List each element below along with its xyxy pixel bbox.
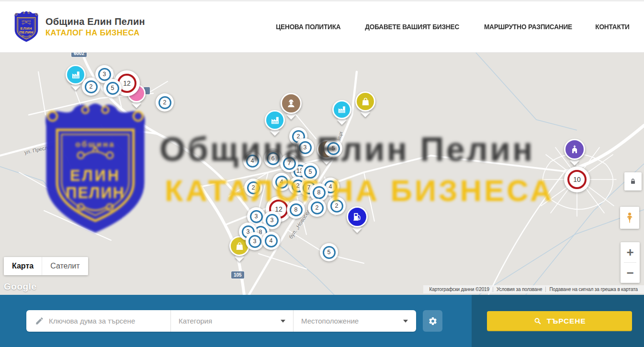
cluster-count: 4 xyxy=(270,237,273,244)
cluster-count: 2 xyxy=(252,184,255,191)
keyword-search-input[interactable] xyxy=(49,317,165,325)
cluster-count: 5 xyxy=(332,145,335,152)
map-markers-layer: 2123521364235754227482212833833451060021… xyxy=(0,53,644,295)
municipality-crest-icon: община ЕЛИН ПЕЛИН xyxy=(13,11,39,43)
cluster-marker[interactable]: 5 xyxy=(324,139,342,157)
cluster-marker[interactable]: 2 xyxy=(244,179,262,197)
cluster-count: 2 xyxy=(296,182,300,189)
site-subtitle: КАТАЛОГ НА БИЗНЕСА xyxy=(45,28,145,37)
location-select[interactable]: Местоположение xyxy=(293,310,416,332)
google-map[interactable]: 2123521364235754227482212833833451060021… xyxy=(0,53,644,295)
cluster-count: 3 xyxy=(304,144,307,151)
cluster-marker[interactable]: 7 xyxy=(280,154,298,172)
category-marker-fuel[interactable] xyxy=(347,206,368,227)
map-attribution: Картографски данни ©2019 Условия за полз… xyxy=(423,285,644,293)
cluster-count: 6 xyxy=(271,155,275,162)
nav-contacts[interactable]: КОНТАКТИ xyxy=(595,23,629,31)
cluster-marker[interactable]: 5 xyxy=(320,243,338,261)
cluster-count: 2 xyxy=(297,133,300,140)
cluster-count: 2 xyxy=(335,202,339,209)
site-title: Община Елин Пелин xyxy=(45,16,145,27)
advanced-settings-button[interactable] xyxy=(423,310,442,332)
cluster-marker[interactable]: 3 xyxy=(246,232,264,250)
attribution-map-data: Картографски данни ©2019 xyxy=(426,287,493,292)
cluster-count: 8 xyxy=(294,206,298,213)
cluster-marker[interactable]: 4 xyxy=(262,232,280,250)
cluster-marker[interactable]: 5 xyxy=(103,79,122,97)
site-header: община ЕЛИН ПЕЛИН Община Елин Пелин КАТА… xyxy=(0,0,644,53)
cluster-count: 2 xyxy=(316,204,319,211)
main-nav: ЦЕНОВА ПОЛИТИКА ДОБАВЕТЕ ВАШИЯТ БИЗНЕС М… xyxy=(274,23,631,31)
chevron-down-icon xyxy=(281,320,285,323)
site-logo[interactable]: община ЕЛИН ПЕЛИН Община Елин Пелин КАТА… xyxy=(13,11,145,43)
street-label: ици xyxy=(336,131,343,141)
satellite-view-button[interactable]: Сателит xyxy=(42,257,88,275)
location-select-value: Местоположение xyxy=(301,317,359,325)
street-label: ул. Преслав xyxy=(23,144,54,156)
attribution-terms-link[interactable]: Условия за ползване xyxy=(493,287,545,292)
chevron-down-icon xyxy=(403,320,408,323)
category-marker-church[interactable] xyxy=(564,139,585,160)
map-view-button[interactable]: Карта xyxy=(4,257,42,275)
zoom-in-button[interactable]: + xyxy=(621,242,640,262)
zoom-out-button[interactable]: − xyxy=(621,263,640,283)
cluster-count: 3 xyxy=(255,213,258,220)
cluster-count: 3 xyxy=(103,71,106,78)
search-button-label: ТЪРСЕНЕ xyxy=(547,317,586,325)
category-marker-factory[interactable] xyxy=(265,110,285,130)
lock-icon xyxy=(629,178,637,185)
cluster-marker[interactable]: 4 xyxy=(243,152,261,170)
cluster-marker[interactable]: 2 xyxy=(308,199,326,217)
map-type-control: Карта Сателит xyxy=(4,257,88,275)
cluster-count: 2 xyxy=(90,83,93,90)
cluster-count: 2 xyxy=(163,99,167,106)
nav-add-your-business[interactable]: ДОБАВЕТЕ ВАШИЯТ БИЗНЕС xyxy=(365,23,459,31)
gear-icon xyxy=(428,316,438,326)
pegman-icon xyxy=(623,210,636,225)
category-select[interactable]: Категория xyxy=(170,310,293,332)
cluster-count: 5 xyxy=(111,85,114,91)
svg-text:ПЕЛИН: ПЕЛИН xyxy=(19,30,33,34)
zoom-control: + − xyxy=(621,242,640,283)
cluster-count: 5 xyxy=(328,249,331,256)
road-badge: 105 xyxy=(231,271,244,279)
road-badge: 6002 xyxy=(71,53,87,57)
google-logo[interactable]: Google xyxy=(4,281,36,292)
cluster-marker[interactable]: 8 xyxy=(287,201,305,219)
cluster-marker[interactable]: 2 xyxy=(328,197,346,215)
category-marker-factory[interactable] xyxy=(332,100,351,119)
cluster-marker[interactable]: 2 xyxy=(156,93,174,112)
cluster-marker[interactable]: 3 xyxy=(296,138,314,157)
search-icon xyxy=(533,317,542,325)
attribution-report-error-link[interactable]: Подаване на сигнал за грешка в картата xyxy=(545,287,641,292)
cluster-count: 4 xyxy=(280,179,283,185)
search-button[interactable]: ТЪРСЕНЕ xyxy=(487,311,632,331)
search-bar-left-panel: Категория Местоположение xyxy=(0,295,472,347)
pegman-button[interactable] xyxy=(620,207,639,229)
cluster-count: 8 xyxy=(317,189,321,196)
cluster-count: 10 xyxy=(573,176,581,183)
category-marker-bag[interactable] xyxy=(355,91,375,112)
cluster-marker[interactable]: 10 xyxy=(564,167,590,192)
keyword-section xyxy=(26,310,170,332)
cluster-marker[interactable]: 4 xyxy=(272,173,291,191)
cluster-count: 4 xyxy=(329,183,332,190)
cluster-count: 5 xyxy=(309,168,312,175)
cluster-count: 12 xyxy=(123,79,131,87)
cluster-marker[interactable]: 6 xyxy=(264,149,282,168)
search-input-group: Категория Местоположение xyxy=(26,310,416,332)
nav-route-schedule[interactable]: МАРШРУТНО РАЗПИСАНИЕ xyxy=(484,23,572,31)
search-bar-right-panel: ТЪРСЕНЕ xyxy=(472,295,644,347)
cluster-count: 7 xyxy=(288,160,291,167)
category-select-value: Категория xyxy=(179,317,212,325)
lock-button[interactable] xyxy=(624,172,642,190)
pencil-icon xyxy=(35,316,44,325)
cluster-count: 4 xyxy=(251,157,254,164)
svg-text:ЕЛИН: ЕЛИН xyxy=(20,26,32,31)
search-bar: Категория Местоположение ТЪРСЕНЕ xyxy=(0,295,644,347)
nav-pricing-policy[interactable]: ЦЕНОВА ПОЛИТИКА xyxy=(276,23,340,31)
cluster-count: 3 xyxy=(271,217,274,224)
cluster-count: 3 xyxy=(253,238,257,245)
